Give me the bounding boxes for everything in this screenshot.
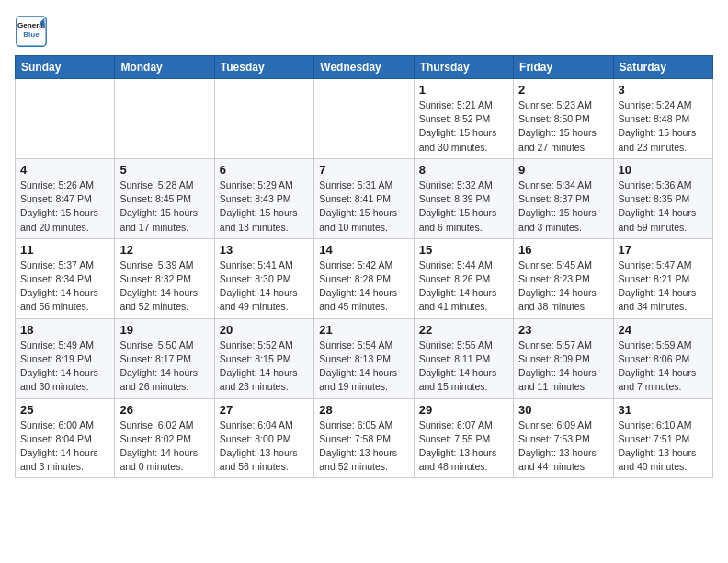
day-number: 7	[319, 163, 408, 177]
day-number: 21	[319, 323, 408, 337]
day-number: 6	[220, 163, 309, 177]
day-info: Sunrise: 5:28 AM Sunset: 8:45 PM Dayligh…	[119, 178, 209, 235]
calendar-cell	[214, 79, 313, 159]
day-info: Sunrise: 5:29 AM Sunset: 8:43 PM Dayligh…	[220, 178, 309, 235]
calendar-cell: 1Sunrise: 5:21 AM Sunset: 8:52 PM Daylig…	[414, 79, 513, 159]
day-number: 12	[119, 243, 209, 257]
day-info: Sunrise: 5:32 AM Sunset: 8:39 PM Dayligh…	[419, 178, 508, 235]
calendar-cell	[314, 79, 414, 159]
day-number: 30	[518, 403, 608, 417]
calendar-cell: 26Sunrise: 6:02 AM Sunset: 8:02 PM Dayli…	[115, 398, 214, 478]
day-info: Sunrise: 6:05 AM Sunset: 7:58 PM Dayligh…	[319, 419, 408, 475]
calendar-cell: 15Sunrise: 5:44 AM Sunset: 8:26 PM Dayli…	[414, 238, 513, 318]
day-info: Sunrise: 6:00 AM Sunset: 8:04 PM Dayligh…	[20, 419, 109, 475]
day-number: 16	[518, 243, 608, 257]
day-number: 11	[20, 243, 109, 257]
day-number: 5	[119, 163, 209, 177]
day-info: Sunrise: 6:07 AM Sunset: 7:55 PM Dayligh…	[419, 419, 508, 475]
calendar-cell: 31Sunrise: 6:10 AM Sunset: 7:51 PM Dayli…	[613, 398, 712, 478]
day-info: Sunrise: 5:36 AM Sunset: 8:35 PM Dayligh…	[619, 178, 708, 235]
day-info: Sunrise: 6:02 AM Sunset: 8:02 PM Dayligh…	[119, 419, 209, 475]
weekday-header: Wednesday	[314, 56, 414, 79]
calendar-cell: 11Sunrise: 5:37 AM Sunset: 8:34 PM Dayli…	[16, 238, 115, 318]
calendar-cell: 28Sunrise: 6:05 AM Sunset: 7:58 PM Dayli…	[314, 398, 414, 478]
day-number: 2	[518, 83, 608, 97]
day-info: Sunrise: 5:39 AM Sunset: 8:32 PM Dayligh…	[119, 259, 209, 315]
day-number: 13	[220, 243, 309, 257]
day-info: Sunrise: 5:54 AM Sunset: 8:13 PM Dayligh…	[319, 339, 408, 395]
day-number: 23	[518, 323, 608, 337]
day-info: Sunrise: 5:47 AM Sunset: 8:21 PM Dayligh…	[619, 259, 708, 315]
day-info: Sunrise: 5:55 AM Sunset: 8:11 PM Dayligh…	[419, 339, 508, 395]
day-info: Sunrise: 5:41 AM Sunset: 8:30 PM Dayligh…	[220, 259, 309, 315]
day-number: 20	[220, 323, 309, 337]
calendar-cell: 13Sunrise: 5:41 AM Sunset: 8:30 PM Dayli…	[214, 238, 313, 318]
day-info: Sunrise: 5:49 AM Sunset: 8:19 PM Dayligh…	[20, 339, 109, 395]
day-info: Sunrise: 6:10 AM Sunset: 7:51 PM Dayligh…	[619, 419, 708, 475]
day-number: 28	[319, 403, 408, 417]
day-number: 17	[619, 243, 708, 257]
calendar-cell: 4Sunrise: 5:26 AM Sunset: 8:47 PM Daylig…	[16, 158, 115, 238]
day-number: 19	[119, 323, 209, 337]
weekday-header: Sunday	[16, 56, 115, 79]
calendar-cell: 3Sunrise: 5:24 AM Sunset: 8:48 PM Daylig…	[613, 79, 712, 159]
calendar-cell: 17Sunrise: 5:47 AM Sunset: 8:21 PM Dayli…	[613, 238, 712, 318]
day-info: Sunrise: 5:52 AM Sunset: 8:15 PM Dayligh…	[220, 339, 309, 395]
weekday-header: Tuesday	[214, 56, 313, 79]
day-info: Sunrise: 5:37 AM Sunset: 8:34 PM Dayligh…	[20, 259, 109, 315]
calendar-cell: 18Sunrise: 5:49 AM Sunset: 8:19 PM Dayli…	[16, 318, 115, 398]
calendar-cell: 5Sunrise: 5:28 AM Sunset: 8:45 PM Daylig…	[115, 158, 214, 238]
day-info: Sunrise: 6:04 AM Sunset: 8:00 PM Dayligh…	[220, 419, 309, 475]
calendar-cell: 19Sunrise: 5:50 AM Sunset: 8:17 PM Dayli…	[115, 318, 214, 398]
day-info: Sunrise: 5:44 AM Sunset: 8:26 PM Dayligh…	[419, 259, 508, 315]
calendar-cell: 22Sunrise: 5:55 AM Sunset: 8:11 PM Dayli…	[414, 318, 513, 398]
calendar-cell: 27Sunrise: 6:04 AM Sunset: 8:00 PM Dayli…	[214, 398, 313, 478]
day-info: Sunrise: 5:31 AM Sunset: 8:41 PM Dayligh…	[319, 178, 408, 235]
day-number: 4	[20, 163, 109, 177]
weekday-header: Monday	[115, 56, 214, 79]
day-number: 10	[619, 163, 708, 177]
day-number: 14	[319, 243, 408, 257]
day-info: Sunrise: 5:34 AM Sunset: 8:37 PM Dayligh…	[518, 178, 608, 235]
calendar-cell: 10Sunrise: 5:36 AM Sunset: 8:35 PM Dayli…	[613, 158, 712, 238]
logo: General Blue	[15, 15, 48, 48]
calendar-cell: 29Sunrise: 6:07 AM Sunset: 7:55 PM Dayli…	[414, 398, 513, 478]
day-number: 3	[619, 83, 708, 97]
calendar-cell: 24Sunrise: 5:59 AM Sunset: 8:06 PM Dayli…	[613, 318, 712, 398]
weekday-header: Friday	[514, 56, 613, 79]
day-number: 22	[419, 323, 508, 337]
day-info: Sunrise: 5:59 AM Sunset: 8:06 PM Dayligh…	[619, 339, 708, 395]
day-number: 24	[619, 323, 708, 337]
day-info: Sunrise: 5:21 AM Sunset: 8:52 PM Dayligh…	[419, 98, 508, 155]
day-info: Sunrise: 5:26 AM Sunset: 8:47 PM Dayligh…	[20, 178, 109, 235]
calendar-cell: 20Sunrise: 5:52 AM Sunset: 8:15 PM Dayli…	[214, 318, 313, 398]
day-number: 26	[119, 403, 209, 417]
svg-text:Blue: Blue	[23, 30, 40, 39]
day-info: Sunrise: 5:42 AM Sunset: 8:28 PM Dayligh…	[319, 259, 408, 315]
calendar-cell: 9Sunrise: 5:34 AM Sunset: 8:37 PM Daylig…	[514, 158, 613, 238]
day-info: Sunrise: 5:24 AM Sunset: 8:48 PM Dayligh…	[619, 98, 708, 155]
day-info: Sunrise: 5:23 AM Sunset: 8:50 PM Dayligh…	[518, 98, 608, 155]
calendar-cell: 2Sunrise: 5:23 AM Sunset: 8:50 PM Daylig…	[514, 79, 613, 159]
day-number: 18	[20, 323, 109, 337]
calendar-cell: 25Sunrise: 6:00 AM Sunset: 8:04 PM Dayli…	[16, 398, 115, 478]
page-header: General Blue	[15, 15, 713, 48]
day-number: 1	[419, 83, 508, 97]
calendar-cell: 7Sunrise: 5:31 AM Sunset: 8:41 PM Daylig…	[314, 158, 414, 238]
calendar-cell	[16, 79, 115, 159]
calendar-cell: 8Sunrise: 5:32 AM Sunset: 8:39 PM Daylig…	[414, 158, 513, 238]
logo-icon: General Blue	[15, 15, 48, 48]
weekday-header: Thursday	[414, 56, 513, 79]
day-number: 27	[220, 403, 309, 417]
calendar-cell: 12Sunrise: 5:39 AM Sunset: 8:32 PM Dayli…	[115, 238, 214, 318]
day-info: Sunrise: 5:57 AM Sunset: 8:09 PM Dayligh…	[518, 339, 608, 395]
day-number: 8	[419, 163, 508, 177]
day-info: Sunrise: 5:45 AM Sunset: 8:23 PM Dayligh…	[518, 259, 608, 315]
calendar-table: SundayMondayTuesdayWednesdayThursdayFrid…	[15, 55, 713, 478]
day-info: Sunrise: 5:50 AM Sunset: 8:17 PM Dayligh…	[119, 339, 209, 395]
day-info: Sunrise: 6:09 AM Sunset: 7:53 PM Dayligh…	[518, 419, 608, 475]
calendar-cell: 30Sunrise: 6:09 AM Sunset: 7:53 PM Dayli…	[514, 398, 613, 478]
calendar-cell: 21Sunrise: 5:54 AM Sunset: 8:13 PM Dayli…	[314, 318, 414, 398]
calendar-cell: 23Sunrise: 5:57 AM Sunset: 8:09 PM Dayli…	[514, 318, 613, 398]
day-number: 31	[619, 403, 708, 417]
